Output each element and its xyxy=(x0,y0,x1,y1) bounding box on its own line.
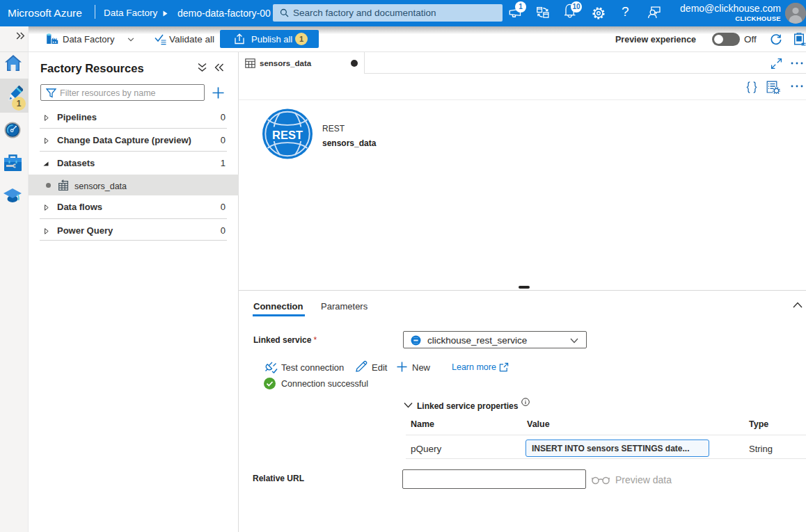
svg-text:REST: REST xyxy=(272,129,303,141)
